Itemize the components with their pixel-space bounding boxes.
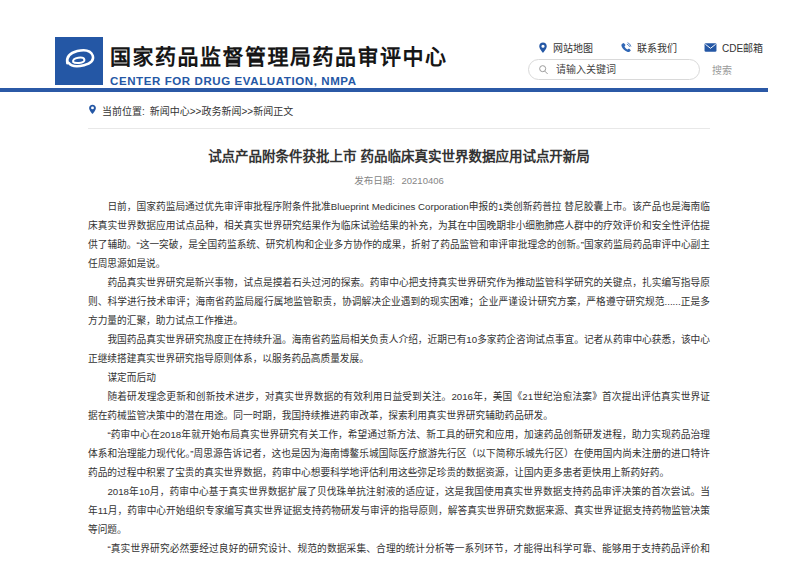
publish-date-value: 20210406	[402, 175, 444, 186]
mailbox-link[interactable]: CDE邮箱	[704, 40, 763, 55]
breadcrumb-path[interactable]: 新闻中心>>政务新闻>>新闻正文	[150, 103, 293, 118]
article-paragraph: 随着研发理念更新和创新技术进步，对真实世界数据的有效利用日益受到关注。2016年…	[88, 387, 710, 425]
breadcrumb-label: 当前位置:	[102, 103, 145, 118]
breadcrumb: 当前位置: 新闻中心>>政务新闻>>新闻正文	[88, 103, 793, 118]
article-body: 日前，国家药监局通过优先审评审批程序附条件批准Blueprint Medicin…	[88, 197, 710, 561]
article-paragraph: 日前，国家药监局通过优先审评审批程序附条件批准Blueprint Medicin…	[88, 197, 710, 273]
cde-logo[interactable]	[55, 37, 103, 85]
article-paragraph: 2018年10月，药审中心基于真实世界数据扩展了贝伐珠单抗注射液的适应证，这是我…	[88, 482, 710, 539]
search-box[interactable]	[528, 59, 700, 80]
mailbox-label: CDE邮箱	[722, 40, 763, 55]
site-title: 国家药品监督管理局药品审评中心	[110, 40, 448, 70]
publish-date-label: 发布日期:	[354, 175, 395, 186]
article-paragraph: 谋定而后动	[88, 368, 710, 387]
utility-links: 网站地图 联系我们 CDE邮箱	[538, 40, 763, 55]
site-subtitle: CENTER FOR DRUG EVALUATION, NMPA	[110, 75, 448, 87]
search-area: 搜索	[528, 59, 732, 80]
publish-date: 发布日期: 20210406	[88, 173, 710, 187]
site-identity: 国家药品监督管理局药品审评中心 CENTER FOR DRUG EVALUATI…	[110, 40, 448, 87]
location-pin-icon	[538, 42, 548, 54]
envelope-icon	[704, 42, 717, 53]
article-paragraph: 我国药品真实世界研究热度正在持续升温。海南省药监局相关负责人介绍，近期已有10多…	[88, 330, 710, 368]
cde-logo-swirl-icon	[59, 39, 99, 83]
article-title: 试点产品附条件获批上市 药品临床真实世界数据应用试点开新局	[88, 145, 710, 165]
article-paragraph: “真实世界研究必然要经过良好的研究设计、规范的数据采集、合理的统计分析等一系列环…	[88, 539, 710, 561]
content-divider	[88, 128, 710, 129]
page: 国家药品监督管理局药品审评中心 CENTER FOR DRUG EVALUATI…	[0, 0, 793, 561]
brand-divider-bar	[0, 88, 768, 92]
header: 国家药品监督管理局药品审评中心 CENTER FOR DRUG EVALUATI…	[0, 0, 793, 88]
article: 试点产品附条件获批上市 药品临床真实世界数据应用试点开新局 发布日期: 2021…	[88, 145, 710, 561]
article-paragraph: 药品真实世界研究是新兴事物，试点是摸着石头过河的探索。药审中心把支持真实世界研究…	[88, 273, 710, 330]
search-input[interactable]	[554, 63, 690, 76]
search-icon	[538, 61, 549, 79]
sitemap-link[interactable]: 网站地图	[538, 40, 593, 55]
sitemap-label: 网站地图	[553, 40, 593, 55]
search-button[interactable]: 搜索	[712, 62, 732, 77]
phone-icon	[620, 42, 632, 54]
contact-link[interactable]: 联系我们	[620, 40, 677, 55]
article-paragraph: “药审中心在2018年就开始布局真实世界研究有关工作，希望通过新方法、新工具的研…	[88, 425, 710, 482]
location-pin-icon	[88, 104, 97, 117]
contact-label: 联系我们	[637, 40, 677, 55]
